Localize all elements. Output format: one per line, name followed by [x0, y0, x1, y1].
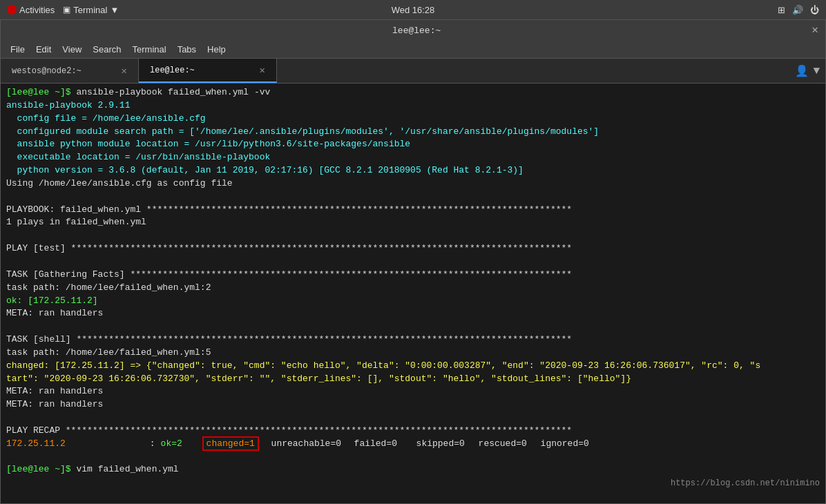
line-recap-header: PLAY RECAP *****************************… — [6, 425, 820, 438]
recap-changed: changed=1 — [202, 438, 271, 451]
tab-dropdown-icon[interactable]: ▼ — [813, 65, 820, 77]
url-watermark: https://blog.csdn.net/ninimino — [6, 478, 820, 490]
recap-ignored: ignored=0 — [541, 438, 603, 451]
terminal-content[interactable]: [lee@lee ~]$ ansible-playbook failed_whe… — [1, 84, 825, 503]
line-ok: ok: [172.25.11.2] — [6, 295, 820, 308]
line-python-ver: python version = 3.6.8 (default, Jan 11 … — [6, 164, 820, 177]
line-changed2: tart": "2020-09-23 16:26:06.732730", "st… — [6, 373, 820, 386]
volume-icon: 🔊 — [792, 5, 803, 15]
power-icon[interactable]: ⏻ — [810, 5, 819, 15]
recap-ok: ok=2 — [161, 438, 202, 451]
window-title-bar: lee@lee:~ ✕ — [1, 20, 825, 41]
activities-button[interactable]: Activities — [7, 5, 55, 15]
line-changed1: changed: [172.25.11.2] => {"changed": tr… — [6, 360, 820, 373]
tab-actions: 👤 ▼ — [789, 59, 825, 83]
line-module-path: configured module search path = ['/home/… — [6, 126, 820, 139]
recap-rescued: rescued=0 — [479, 438, 541, 451]
line-task-shell: TASK [shell] ***************************… — [6, 333, 820, 347]
terminal-dropdown-icon: ▼ — [110, 5, 119, 15]
line-version: ansible-playbook 2.9.11 — [6, 99, 820, 113]
window-title: lee@lee:~ — [21, 26, 811, 36]
window-close-button[interactable]: ✕ — [811, 25, 818, 36]
menu-search[interactable]: Search — [87, 43, 126, 56]
line-play-test: PLAY [test] ****************************… — [6, 242, 820, 255]
menu-help[interactable]: Help — [202, 43, 231, 56]
line-meta2: META: ran handlers — [6, 385, 820, 398]
line-task-path2: task path: /home/lee/failed_when.yml:5 — [6, 347, 820, 360]
tab-westos[interactable]: westos@node2:~ ✕ — [1, 59, 139, 83]
menu-bar: File Edit View Search Terminal Tabs Help — [1, 41, 825, 59]
tab-lee[interactable]: lee@lee:~ ✕ — [139, 59, 277, 83]
menu-terminal[interactable]: Terminal — [127, 43, 172, 56]
line-using-config: Using /home/lee/ansible.cfg as config fi… — [6, 177, 820, 191]
terminal-window: lee@lee:~ ✕ File Edit View Search Termin… — [0, 19, 826, 504]
line-prompt: [lee@lee ~]$ ansible-playbook failed_whe… — [6, 86, 820, 99]
tab-westos-label: westos@node2:~ — [12, 66, 81, 76]
system-bar-left: Activities ▣ Terminal ▼ — [7, 5, 119, 15]
line-meta1: META: ran handlers — [6, 307, 820, 320]
menu-file[interactable]: File — [5, 43, 30, 56]
menu-tabs[interactable]: Tabs — [172, 43, 202, 56]
network-icon: ⊞ — [778, 5, 785, 15]
recap-changed-value: changed=1 — [202, 436, 259, 451]
line-python-module: ansible python module location = /usr/li… — [6, 138, 820, 151]
tab-lee-label: lee@lee:~ — [150, 66, 195, 75]
tab-lee-close[interactable]: ✕ — [260, 64, 265, 76]
activities-label: Activities — [19, 5, 55, 15]
menu-view[interactable]: View — [57, 43, 87, 56]
recap-unreachable: unreachable=0 — [271, 438, 354, 451]
terminal-label: Terminal — [73, 5, 107, 15]
recap-row: 172.25.11.2 : ok=2 changed=1 unreachable… — [6, 438, 820, 451]
terminal-menu[interactable]: ▣ Terminal ▼ — [63, 5, 119, 15]
line-task-facts: TASK [Gathering Facts] *****************… — [6, 269, 820, 282]
system-bar-clock: Wed 16:28 — [392, 5, 435, 15]
line-config: config file = /home/lee/ansible.cfg — [6, 113, 820, 126]
line-exec: executable location = /usr/bin/ansible-p… — [6, 151, 820, 164]
system-bar: Activities ▣ Terminal ▼ Wed 16:28 ⊞ 🔊 ⏻ — [0, 0, 826, 19]
system-bar-right: ⊞ 🔊 ⏻ — [778, 5, 819, 15]
tab-user-icon: 👤 — [795, 64, 809, 78]
line-meta3: META: ran handlers — [6, 398, 820, 411]
line-playbook-header: PLAYBOOK: failed_when.yml **************… — [6, 204, 820, 217]
recap-skipped: skipped=0 — [416, 438, 479, 451]
line-task-path1: task path: /home/lee/failed_when.yml:2 — [6, 282, 820, 295]
recap-failed: failed=0 — [354, 438, 416, 451]
tab-bar: westos@node2:~ ✕ lee@lee:~ ✕ 👤 ▼ — [1, 59, 825, 84]
recap-colon: : — [144, 438, 161, 451]
line-final-prompt: [lee@lee ~]$ vim failed_when.yml — [6, 463, 820, 476]
menu-edit[interactable]: Edit — [30, 43, 57, 56]
tab-westos-close[interactable]: ✕ — [122, 65, 127, 77]
recap-host: 172.25.11.2 — [6, 438, 144, 451]
activities-icon — [7, 5, 17, 14]
line-plays-count: 1 plays in failed_when.yml — [6, 216, 820, 229]
